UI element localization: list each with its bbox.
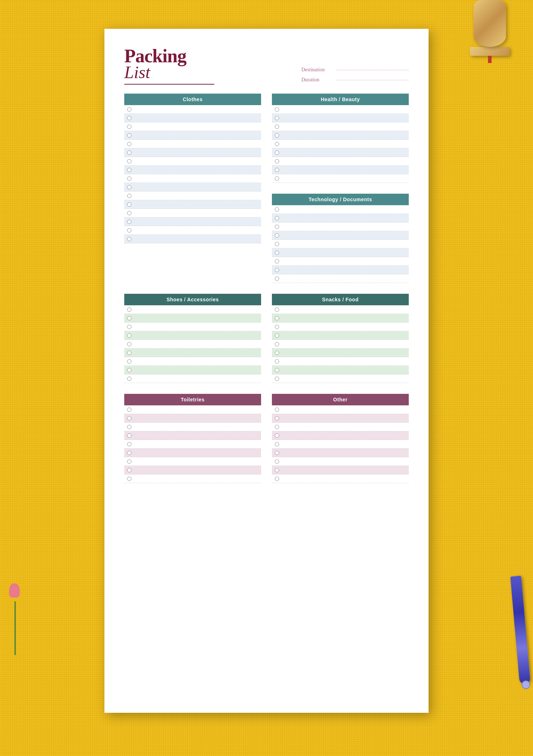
checkbox[interactable] xyxy=(127,359,131,364)
checkbox[interactable] xyxy=(275,233,279,238)
checkbox[interactable] xyxy=(127,107,131,112)
checkbox[interactable] xyxy=(275,168,279,172)
checkbox[interactable] xyxy=(275,242,279,246)
checkbox[interactable] xyxy=(127,333,131,338)
checkbox[interactable] xyxy=(127,142,131,146)
checkbox[interactable] xyxy=(127,211,131,215)
list-item xyxy=(124,331,261,340)
checkbox[interactable] xyxy=(275,425,279,429)
list-item xyxy=(124,217,261,226)
checkbox[interactable] xyxy=(275,316,279,320)
checkbox[interactable] xyxy=(275,125,279,129)
checkbox[interactable] xyxy=(127,377,131,381)
checkbox[interactable] xyxy=(275,276,279,281)
list-item xyxy=(272,374,409,383)
checkbox[interactable] xyxy=(275,307,279,312)
list-item xyxy=(124,157,261,166)
checkbox[interactable] xyxy=(275,468,279,472)
checkbox[interactable] xyxy=(127,459,131,464)
checkbox[interactable] xyxy=(275,225,279,229)
list-item xyxy=(124,466,261,474)
checkbox[interactable] xyxy=(127,220,131,224)
list-item xyxy=(272,474,409,483)
list-item xyxy=(124,209,261,217)
category-technology-documents: Technology / Documents xyxy=(272,194,409,283)
title-section: Packing List xyxy=(124,47,214,85)
checkbox[interactable] xyxy=(127,228,131,233)
clothes-header: Clothes xyxy=(124,94,261,105)
checkbox[interactable] xyxy=(127,307,131,312)
checkbox[interactable] xyxy=(127,194,131,198)
list-item xyxy=(124,348,261,357)
checkbox[interactable] xyxy=(127,316,131,320)
flower-decoration xyxy=(7,583,29,655)
checkbox[interactable] xyxy=(127,408,131,412)
list-item xyxy=(272,414,409,423)
checkbox[interactable] xyxy=(127,325,131,329)
title-underline xyxy=(124,84,214,85)
checkbox[interactable] xyxy=(127,116,131,120)
checkbox[interactable] xyxy=(127,351,131,355)
checkbox[interactable] xyxy=(275,416,279,420)
list-item xyxy=(124,140,261,148)
checkbox[interactable] xyxy=(127,477,131,481)
checkbox[interactable] xyxy=(275,333,279,338)
checkbox[interactable] xyxy=(127,416,131,420)
checkbox[interactable] xyxy=(127,442,131,446)
checkbox[interactable] xyxy=(127,202,131,207)
checkbox[interactable] xyxy=(275,477,279,481)
checkbox[interactable] xyxy=(275,342,279,346)
checkbox[interactable] xyxy=(275,451,279,455)
checkbox[interactable] xyxy=(127,425,131,429)
checkbox[interactable] xyxy=(275,133,279,138)
checkbox[interactable] xyxy=(127,125,131,129)
checkbox[interactable] xyxy=(127,237,131,241)
checkbox[interactable] xyxy=(275,351,279,355)
checkbox[interactable] xyxy=(275,251,279,255)
checkbox[interactable] xyxy=(127,133,131,138)
checkbox[interactable] xyxy=(127,451,131,455)
checkbox[interactable] xyxy=(127,342,131,346)
checkbox[interactable] xyxy=(275,433,279,438)
list-item xyxy=(124,457,261,466)
checkbox[interactable] xyxy=(127,176,131,181)
list-item xyxy=(124,374,261,383)
list-item xyxy=(124,414,261,423)
checkbox[interactable] xyxy=(127,168,131,172)
checkbox[interactable] xyxy=(275,359,279,364)
checkbox[interactable] xyxy=(275,207,279,212)
checkbox[interactable] xyxy=(127,468,131,472)
shoes-accessories-header: Shoes / Accessories xyxy=(124,294,261,305)
packing-list-paper: Packing List Destination Duration Clothe… xyxy=(104,29,429,713)
checkbox[interactable] xyxy=(275,216,279,220)
checkbox[interactable] xyxy=(275,150,279,155)
checkbox[interactable] xyxy=(127,159,131,163)
toiletries-header: Toiletries xyxy=(124,394,261,405)
checkbox[interactable] xyxy=(275,159,279,163)
checkbox[interactable] xyxy=(275,325,279,329)
checkbox[interactable] xyxy=(275,459,279,464)
list-item xyxy=(272,140,409,148)
list-item xyxy=(124,357,261,366)
checkbox[interactable] xyxy=(275,408,279,412)
checkbox[interactable] xyxy=(275,442,279,446)
health-beauty-items xyxy=(272,105,409,183)
checkbox[interactable] xyxy=(275,176,279,181)
checkbox[interactable] xyxy=(127,433,131,438)
checkbox[interactable] xyxy=(275,377,279,381)
checkbox[interactable] xyxy=(275,142,279,146)
checkbox[interactable] xyxy=(127,368,131,372)
checkbox[interactable] xyxy=(127,150,131,155)
list-item xyxy=(124,431,261,440)
checkbox[interactable] xyxy=(275,259,279,264)
checkbox[interactable] xyxy=(275,368,279,372)
checkbox[interactable] xyxy=(127,185,131,189)
list-item xyxy=(124,174,261,183)
list-item xyxy=(272,366,409,374)
list-item xyxy=(124,148,261,157)
checkbox[interactable] xyxy=(275,107,279,112)
clothes-items xyxy=(124,105,261,243)
checkbox[interactable] xyxy=(275,268,279,272)
checkbox[interactable] xyxy=(275,116,279,120)
list-item xyxy=(272,148,409,157)
